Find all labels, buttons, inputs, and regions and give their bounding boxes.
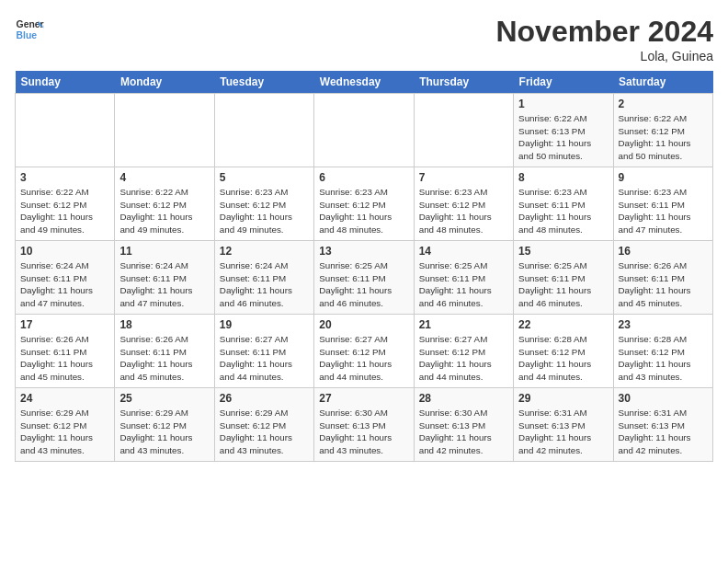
day-info: Sunrise: 6:23 AM Sunset: 6:12 PM Dayligh…: [319, 186, 408, 236]
day-info: Sunrise: 6:25 AM Sunset: 6:11 PM Dayligh…: [319, 259, 408, 310]
day-info: Sunrise: 6:27 AM Sunset: 6:12 PM Dayligh…: [419, 333, 508, 384]
table-row: [414, 94, 513, 167]
day-number: 8: [518, 171, 608, 184]
calendar-week-row: 1Sunrise: 6:22 AM Sunset: 6:13 PM Daylig…: [16, 94, 713, 167]
table-row: 8Sunrise: 6:23 AM Sunset: 6:11 PM Daylig…: [514, 167, 613, 241]
day-number: 29: [518, 392, 608, 405]
page-header: General Blue November 2024 Lola, Guinea: [15, 15, 713, 63]
header-saturday: Saturday: [613, 71, 712, 94]
day-number: 12: [220, 245, 309, 258]
table-row: 17Sunrise: 6:26 AM Sunset: 6:11 PM Dayli…: [16, 315, 115, 388]
table-row: 2Sunrise: 6:22 AM Sunset: 6:12 PM Daylig…: [613, 94, 712, 167]
day-info: Sunrise: 6:25 AM Sunset: 6:11 PM Dayligh…: [419, 259, 508, 310]
day-number: 19: [220, 318, 309, 331]
day-info: Sunrise: 6:23 AM Sunset: 6:12 PM Dayligh…: [220, 186, 309, 236]
table-row: 28Sunrise: 6:30 AM Sunset: 6:13 PM Dayli…: [414, 388, 513, 462]
table-row: 1Sunrise: 6:22 AM Sunset: 6:13 PM Daylig…: [514, 94, 613, 167]
day-number: 2: [619, 98, 708, 110]
logo-icon: General Blue: [15, 15, 44, 44]
day-info: Sunrise: 6:26 AM Sunset: 6:11 PM Dayligh…: [619, 259, 708, 310]
day-number: 4: [119, 171, 209, 184]
table-row: 6Sunrise: 6:23 AM Sunset: 6:12 PM Daylig…: [314, 167, 414, 241]
day-info: Sunrise: 6:24 AM Sunset: 6:11 PM Dayligh…: [20, 259, 109, 310]
day-info: Sunrise: 6:23 AM Sunset: 6:11 PM Dayligh…: [518, 186, 608, 236]
table-row: 13Sunrise: 6:25 AM Sunset: 6:11 PM Dayli…: [314, 241, 414, 315]
table-row: 21Sunrise: 6:27 AM Sunset: 6:12 PM Dayli…: [414, 315, 513, 388]
day-info: Sunrise: 6:25 AM Sunset: 6:11 PM Dayligh…: [518, 259, 608, 310]
table-row: 18Sunrise: 6:26 AM Sunset: 6:11 PM Dayli…: [115, 315, 214, 388]
table-row: 12Sunrise: 6:24 AM Sunset: 6:11 PM Dayli…: [214, 241, 313, 315]
day-info: Sunrise: 6:22 AM Sunset: 6:13 PM Dayligh…: [518, 112, 608, 163]
day-number: 10: [20, 245, 109, 258]
month-title: November 2024: [495, 15, 713, 49]
table-row: [16, 94, 115, 167]
calendar-week-row: 17Sunrise: 6:26 AM Sunset: 6:11 PM Dayli…: [16, 315, 713, 388]
day-number: 26: [220, 392, 309, 405]
table-row: 10Sunrise: 6:24 AM Sunset: 6:11 PM Dayli…: [16, 241, 115, 315]
day-info: Sunrise: 6:22 AM Sunset: 6:12 PM Dayligh…: [119, 186, 209, 236]
day-info: Sunrise: 6:28 AM Sunset: 6:12 PM Dayligh…: [518, 333, 608, 384]
day-info: Sunrise: 6:22 AM Sunset: 6:12 PM Dayligh…: [20, 186, 109, 236]
table-row: 27Sunrise: 6:30 AM Sunset: 6:13 PM Dayli…: [314, 388, 414, 462]
table-row: 25Sunrise: 6:29 AM Sunset: 6:12 PM Dayli…: [115, 388, 214, 462]
day-number: 18: [119, 318, 209, 331]
table-row: 26Sunrise: 6:29 AM Sunset: 6:12 PM Dayli…: [214, 388, 313, 462]
calendar-header-row: Sunday Monday Tuesday Wednesday Thursday…: [16, 71, 713, 94]
day-info: Sunrise: 6:24 AM Sunset: 6:11 PM Dayligh…: [119, 259, 209, 310]
table-row: [214, 94, 313, 167]
day-number: 7: [419, 171, 508, 184]
calendar-table: Sunday Monday Tuesday Wednesday Thursday…: [15, 71, 713, 462]
day-number: 5: [220, 171, 309, 184]
day-info: Sunrise: 6:24 AM Sunset: 6:11 PM Dayligh…: [220, 259, 309, 310]
table-row: 29Sunrise: 6:31 AM Sunset: 6:13 PM Dayli…: [514, 388, 613, 462]
table-row: 15Sunrise: 6:25 AM Sunset: 6:11 PM Dayli…: [514, 241, 613, 315]
header-friday: Friday: [514, 71, 613, 94]
table-row: 19Sunrise: 6:27 AM Sunset: 6:11 PM Dayli…: [214, 315, 313, 388]
day-number: 15: [518, 245, 608, 258]
day-number: 1: [518, 98, 608, 110]
day-number: 16: [619, 245, 708, 258]
table-row: 3Sunrise: 6:22 AM Sunset: 6:12 PM Daylig…: [16, 167, 115, 241]
header-wednesday: Wednesday: [314, 71, 414, 94]
day-info: Sunrise: 6:26 AM Sunset: 6:11 PM Dayligh…: [20, 333, 109, 384]
calendar-week-row: 10Sunrise: 6:24 AM Sunset: 6:11 PM Dayli…: [16, 241, 713, 315]
location: Lola, Guinea: [495, 49, 713, 63]
table-row: [314, 94, 414, 167]
day-number: 22: [518, 318, 608, 331]
table-row: 22Sunrise: 6:28 AM Sunset: 6:12 PM Dayli…: [514, 315, 613, 388]
calendar-week-row: 3Sunrise: 6:22 AM Sunset: 6:12 PM Daylig…: [16, 167, 713, 241]
day-number: 30: [619, 392, 708, 405]
header-tuesday: Tuesday: [214, 71, 313, 94]
table-row: 9Sunrise: 6:23 AM Sunset: 6:11 PM Daylig…: [613, 167, 712, 241]
calendar-week-row: 24Sunrise: 6:29 AM Sunset: 6:12 PM Dayli…: [16, 388, 713, 462]
day-info: Sunrise: 6:30 AM Sunset: 6:13 PM Dayligh…: [419, 407, 508, 457]
table-row: 11Sunrise: 6:24 AM Sunset: 6:11 PM Dayli…: [115, 241, 214, 315]
day-number: 21: [419, 318, 508, 331]
day-info: Sunrise: 6:29 AM Sunset: 6:12 PM Dayligh…: [20, 407, 109, 457]
day-number: 24: [20, 392, 109, 405]
table-row: 16Sunrise: 6:26 AM Sunset: 6:11 PM Dayli…: [613, 241, 712, 315]
day-number: 23: [619, 318, 708, 331]
table-row: 5Sunrise: 6:23 AM Sunset: 6:12 PM Daylig…: [214, 167, 313, 241]
table-row: 24Sunrise: 6:29 AM Sunset: 6:12 PM Dayli…: [16, 388, 115, 462]
day-info: Sunrise: 6:28 AM Sunset: 6:12 PM Dayligh…: [619, 333, 708, 384]
svg-text:Blue: Blue: [17, 30, 38, 40]
day-number: 13: [319, 245, 408, 258]
header-monday: Monday: [115, 71, 214, 94]
day-number: 9: [619, 171, 708, 184]
table-row: 4Sunrise: 6:22 AM Sunset: 6:12 PM Daylig…: [115, 167, 214, 241]
table-row: 30Sunrise: 6:31 AM Sunset: 6:13 PM Dayli…: [613, 388, 712, 462]
day-number: 28: [419, 392, 508, 405]
day-number: 25: [119, 392, 209, 405]
day-info: Sunrise: 6:31 AM Sunset: 6:13 PM Dayligh…: [518, 407, 608, 457]
day-number: 14: [419, 245, 508, 258]
table-row: 14Sunrise: 6:25 AM Sunset: 6:11 PM Dayli…: [414, 241, 513, 315]
day-info: Sunrise: 6:29 AM Sunset: 6:12 PM Dayligh…: [220, 407, 309, 457]
table-row: [115, 94, 214, 167]
day-info: Sunrise: 6:29 AM Sunset: 6:12 PM Dayligh…: [119, 407, 209, 457]
day-info: Sunrise: 6:30 AM Sunset: 6:13 PM Dayligh…: [319, 407, 408, 457]
day-info: Sunrise: 6:27 AM Sunset: 6:12 PM Dayligh…: [319, 333, 408, 384]
day-info: Sunrise: 6:22 AM Sunset: 6:12 PM Dayligh…: [619, 112, 708, 163]
day-info: Sunrise: 6:31 AM Sunset: 6:13 PM Dayligh…: [619, 407, 708, 457]
table-row: 20Sunrise: 6:27 AM Sunset: 6:12 PM Dayli…: [314, 315, 414, 388]
